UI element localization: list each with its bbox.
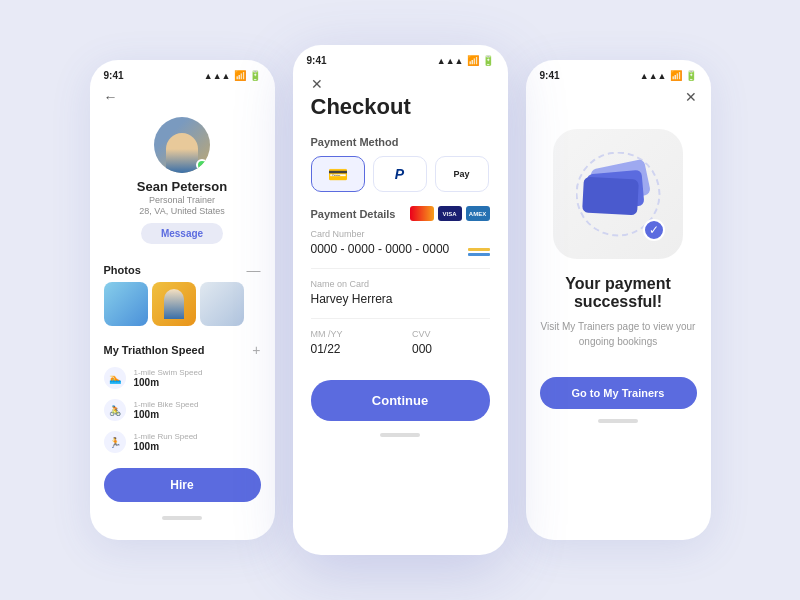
bottom-indicator-3	[526, 419, 711, 431]
status-bar-2: 9:41 ▲▲▲ 📶 🔋	[293, 45, 508, 70]
battery-icon-3: 🔋	[685, 70, 697, 81]
mastercard-logo	[410, 206, 434, 221]
expiry-value[interactable]: 01/22	[311, 342, 389, 356]
swim-value: 100m	[134, 377, 203, 388]
photos-grid	[90, 282, 275, 336]
swim-label: 1-mile Swim Speed	[134, 368, 203, 377]
payment-method-label: Payment Method	[311, 136, 490, 148]
success-subtitle: Visit My Trainers page to view your ongo…	[540, 319, 697, 349]
success-inner: ✕ ✓ Your payment successful! Visit My Tr…	[526, 85, 711, 419]
paypal-icon: P	[395, 166, 404, 182]
divider-2	[311, 318, 490, 319]
status-icons-3: ▲▲▲ 📶 🔋	[640, 70, 697, 81]
name-value[interactable]: Harvey Herrera	[311, 292, 490, 306]
photos-action[interactable]: —	[247, 262, 261, 278]
photos-header: Photos —	[90, 256, 275, 282]
go-trainers-button[interactable]: Go to My Trainers	[540, 377, 697, 409]
status-icons-2: ▲▲▲ 📶 🔋	[437, 55, 494, 66]
photo-3[interactable]	[200, 282, 244, 326]
profile-card: 9:41 ▲▲▲ 📶 🔋 ← Sean Peterson Personal Tr…	[90, 60, 275, 540]
profile-title: Personal Trainer	[149, 195, 215, 205]
triathlon-list: 🏊 1-mile Swim Speed 100m 🚴 1-mile Bike S…	[90, 362, 275, 458]
photos-label: Photos	[104, 264, 141, 276]
payment-details-section: Payment Details VISA AMEX Card Number 00…	[311, 206, 490, 368]
time-2: 9:41	[307, 55, 327, 66]
profile-section: Sean Peterson Personal Trainer 28, VA, U…	[90, 113, 275, 256]
cvv-field: CVV 000	[412, 329, 490, 356]
avatar	[154, 117, 210, 173]
success-card: 9:41 ▲▲▲ 📶 🔋 ✕ ✓ Your payment successful…	[526, 60, 711, 540]
continue-button[interactable]: Continue	[311, 380, 490, 421]
list-item: 🏃 1-mile Run Speed 100m	[104, 426, 261, 458]
stacked-card-3	[582, 177, 639, 216]
card-logos: VISA AMEX	[410, 206, 490, 221]
home-indicator-2	[380, 433, 420, 437]
signal-icon-2: ▲▲▲	[437, 56, 464, 66]
time-1: 9:41	[104, 70, 124, 81]
success-close-button[interactable]: ✕	[685, 85, 697, 109]
list-item: 🏊 1-mile Swim Speed 100m	[104, 362, 261, 394]
expiry-field: MM /YY 01/22	[311, 329, 389, 356]
run-value: 100m	[134, 441, 198, 452]
run-label: 1-mile Run Speed	[134, 432, 198, 441]
checkout-card: 9:41 ▲▲▲ 📶 🔋 ✕ Checkout Payment Method 💳…	[293, 45, 508, 555]
profile-location: 28, VA, United States	[139, 206, 224, 216]
message-button[interactable]: Message	[141, 223, 223, 244]
card-number-row: 0000 - 0000 - 0000 - 0000	[311, 242, 490, 256]
signal-icon-3: ▲▲▲	[640, 71, 667, 81]
triathlon-header: My Triathlon Speed +	[90, 336, 275, 362]
profile-name: Sean Peterson	[137, 179, 227, 194]
wifi-icon-2: 📶	[467, 55, 479, 66]
success-title: Your payment successful!	[540, 275, 697, 311]
status-bar-3: 9:41 ▲▲▲ 📶 🔋	[526, 60, 711, 85]
success-checkmark: ✓	[643, 219, 665, 241]
triathlon-add[interactable]: +	[252, 342, 260, 358]
battery-icon-2: 🔋	[482, 55, 494, 66]
checkout-inner: ✕ Checkout Payment Method 💳 P Pay Paymen…	[293, 70, 508, 421]
checkout-close-button[interactable]: ✕	[311, 70, 490, 94]
run-icon: 🏃	[104, 431, 126, 453]
home-indicator-3	[598, 419, 638, 423]
card-number-label: Card Number	[311, 229, 490, 239]
payment-method-section: Payment Method 💳 P Pay	[311, 136, 490, 192]
cards-stack	[583, 164, 653, 224]
status-bar-1: 9:41 ▲▲▲ 📶 🔋	[90, 60, 275, 85]
bar2	[468, 253, 490, 256]
card1-header: ←	[90, 85, 275, 113]
back-button[interactable]: ←	[104, 89, 118, 105]
avatar-person-shape	[166, 133, 198, 173]
online-indicator	[196, 159, 208, 171]
success-illustration: ✓	[553, 129, 683, 259]
wifi-icon-3: 📶	[670, 70, 682, 81]
payment-details-label: Payment Details	[311, 208, 396, 220]
photo-2[interactable]	[152, 282, 196, 326]
expiry-cvv-row: MM /YY 01/22 CVV 000	[311, 329, 490, 368]
name-label: Name on Card	[311, 279, 490, 289]
bottom-indicator-2	[293, 433, 508, 445]
hire-button[interactable]: Hire	[104, 468, 261, 502]
card-number-field: Card Number 0000 - 0000 - 0000 - 0000	[311, 229, 490, 256]
amex-logo: AMEX	[466, 206, 490, 221]
checkout-title: Checkout	[311, 94, 490, 120]
swim-info: 1-mile Swim Speed 100m	[134, 368, 203, 388]
applepay-icon: Pay	[453, 169, 469, 179]
payment-option-applepay[interactable]: Pay	[435, 156, 489, 192]
time-3: 9:41	[540, 70, 560, 81]
cvv-label: CVV	[412, 329, 490, 339]
card-number-value[interactable]: 0000 - 0000 - 0000 - 0000	[311, 242, 450, 256]
bike-info: 1-mile Bike Speed 100m	[134, 400, 199, 420]
triathlon-label: My Triathlon Speed	[104, 344, 205, 356]
card-chip-icon	[468, 248, 490, 256]
status-icons-1: ▲▲▲ 📶 🔋	[204, 70, 261, 81]
cvv-value[interactable]: 000	[412, 342, 490, 356]
wifi-icon: 📶	[234, 70, 246, 81]
bar1	[468, 248, 490, 251]
payment-option-card[interactable]: 💳	[311, 156, 365, 192]
credit-card-icon: 💳	[328, 165, 348, 184]
visa-logo: VISA	[438, 206, 462, 221]
divider-1	[311, 268, 490, 269]
signal-icon: ▲▲▲	[204, 71, 231, 81]
payment-option-paypal[interactable]: P	[373, 156, 427, 192]
photo-1[interactable]	[104, 282, 148, 326]
bike-label: 1-mile Bike Speed	[134, 400, 199, 409]
